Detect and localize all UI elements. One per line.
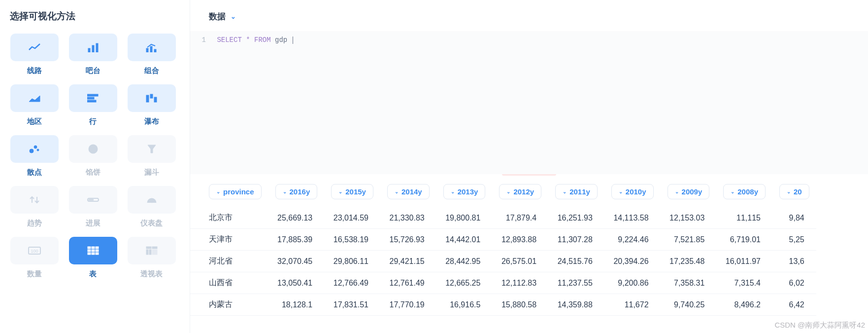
- chevron-down-icon: ⌄: [731, 189, 734, 194]
- results-area: ⌄province⌄2016y⌄2015y⌄2014y⌄2013y⌄2012y⌄…: [190, 174, 868, 333]
- column-header-2015y[interactable]: ⌄2015y: [331, 184, 373, 199]
- sql-editor[interactable]: 1 SELECT * FROM gdp: [190, 31, 868, 174]
- row-value: 6,719.01: [716, 229, 772, 251]
- row-value: 11,307.28: [548, 229, 604, 251]
- viz-label: 行: [89, 117, 97, 126]
- viz-label: 趋势: [27, 219, 42, 228]
- svg-rect-27: [92, 250, 95, 252]
- gauge-icon: [128, 186, 176, 214]
- row-value: 17,831.51: [324, 294, 380, 316]
- funnel-icon: [128, 135, 176, 163]
- row-value: 19,800.81: [436, 207, 493, 229]
- column-header-2012y[interactable]: ⌄2012y: [499, 184, 541, 199]
- row-value: 12,153.03: [661, 207, 717, 229]
- viz-option-table[interactable]: 表: [68, 237, 117, 279]
- viz-option-combo[interactable]: 组合: [127, 34, 176, 75]
- svg-point-14: [37, 149, 39, 151]
- svg-rect-7: [87, 97, 94, 99]
- svg-rect-25: [96, 247, 99, 249]
- chevron-down-icon: ⌄: [231, 13, 236, 20]
- line-icon: [10, 34, 59, 61]
- viz-option-row[interactable]: 行: [68, 84, 117, 126]
- column-header-2013y[interactable]: ⌄2013y: [443, 184, 486, 199]
- number-icon: 100: [10, 237, 59, 264]
- viz-option-waterfall[interactable]: 瀑布: [127, 84, 176, 126]
- row-value: 12,893.88: [492, 229, 548, 251]
- svg-rect-3: [146, 48, 148, 52]
- row-province: 山西省: [190, 272, 268, 294]
- chevron-down-icon: ⌄: [787, 189, 791, 194]
- viz-option-line[interactable]: 线路: [10, 34, 59, 75]
- row-value: 9,200.86: [604, 272, 661, 294]
- row-value: 11,237.55: [548, 272, 604, 294]
- column-header-2016y[interactable]: ⌄2016y: [275, 184, 318, 199]
- row-value: 14,442.01: [436, 229, 493, 251]
- svg-rect-29: [88, 253, 91, 255]
- row-value: 17,879.4: [492, 207, 548, 229]
- row-value: 15,880.58: [492, 294, 548, 316]
- row-value: 20,394.26: [604, 251, 661, 272]
- row-value: 17,885.39: [268, 229, 325, 251]
- row-value: 29,421.15: [380, 251, 436, 272]
- row-province: 天津市: [190, 229, 268, 251]
- row-province: 河北省: [190, 251, 268, 272]
- column-header-2010y[interactable]: ⌄2010y: [611, 184, 654, 199]
- row-value: 7,521.85: [661, 229, 717, 251]
- svg-point-13: [34, 146, 37, 148]
- viz-label: 漏斗: [144, 168, 159, 177]
- viz-option-pie: 馅饼: [68, 135, 117, 177]
- viz-option-gauge: 仪表盘: [127, 186, 176, 228]
- viz-option-number: 100数量: [10, 237, 59, 279]
- sidebar-title: 选择可视化方法: [10, 10, 176, 23]
- resize-handle[interactable]: [502, 174, 556, 176]
- column-header-20[interactable]: ⌄20: [779, 184, 809, 199]
- viz-option-bar[interactable]: 吧台: [68, 34, 117, 75]
- svg-rect-2: [96, 43, 98, 52]
- svg-rect-0: [88, 48, 90, 52]
- svg-rect-26: [88, 250, 91, 252]
- table-row: 北京市25,669.1323,014.5921,330.8319,800.811…: [190, 207, 816, 229]
- waterfall-icon: [128, 84, 176, 112]
- row-value: 12,665.25: [436, 272, 493, 294]
- svg-rect-33: [152, 247, 157, 249]
- table-scroll[interactable]: ⌄province⌄2016y⌄2015y⌄2014y⌄2013y⌄2012y⌄…: [190, 179, 868, 333]
- viz-option-progress: 进展: [68, 186, 117, 228]
- scatter-icon: [10, 135, 59, 163]
- svg-rect-34: [146, 250, 148, 255]
- viz-label: 吧台: [86, 66, 100, 75]
- svg-rect-24: [92, 247, 95, 249]
- column-header-2009y[interactable]: ⌄2009y: [668, 184, 710, 199]
- viz-label: 数量: [27, 269, 42, 279]
- data-section-toggle[interactable]: 数据 ⌄: [190, 0, 868, 31]
- svg-point-12: [30, 149, 33, 153]
- row-value: 16,538.19: [324, 229, 380, 251]
- data-table: ⌄province⌄2016y⌄2015y⌄2014y⌄2013y⌄2012y⌄…: [190, 179, 816, 316]
- row-value: 21,330.83: [380, 207, 436, 229]
- trend-icon: [10, 186, 59, 214]
- column-header-province[interactable]: ⌄province: [209, 184, 262, 199]
- viz-label: 组合: [144, 66, 159, 75]
- row-value: 23,014.59: [324, 207, 380, 229]
- row-value: 11,115: [716, 207, 772, 229]
- svg-rect-35: [149, 250, 151, 255]
- chevron-down-icon: ⌄: [216, 189, 220, 194]
- column-header-2008y[interactable]: ⌄2008y: [723, 184, 766, 199]
- column-header-2011y[interactable]: ⌄2011y: [555, 184, 598, 199]
- svg-rect-19: [89, 199, 94, 200]
- viz-option-pivot: 透视表: [127, 237, 176, 279]
- svg-rect-30: [92, 253, 95, 255]
- row-value: 9,740.25: [661, 294, 717, 316]
- row-value: 26,575.01: [492, 251, 548, 272]
- row-value: 7,315.4: [716, 272, 772, 294]
- sql-code: SELECT * FROM gdp: [217, 36, 294, 44]
- chevron-down-icon: ⌄: [563, 189, 567, 194]
- area-icon: [10, 84, 59, 112]
- row-value: 14,359.88: [548, 294, 604, 316]
- viz-label: 瀑布: [144, 117, 159, 126]
- viz-option-scatter[interactable]: 散点: [10, 135, 59, 177]
- viz-option-area[interactable]: 地区: [10, 84, 59, 126]
- column-header-2014y[interactable]: ⌄2014y: [387, 184, 430, 199]
- row-value: 18,128.1: [268, 294, 325, 316]
- main-panel: 数据 ⌄ 1 SELECT * FROM gdp ⌄province⌄2016y…: [190, 0, 868, 333]
- svg-rect-8: [87, 100, 96, 102]
